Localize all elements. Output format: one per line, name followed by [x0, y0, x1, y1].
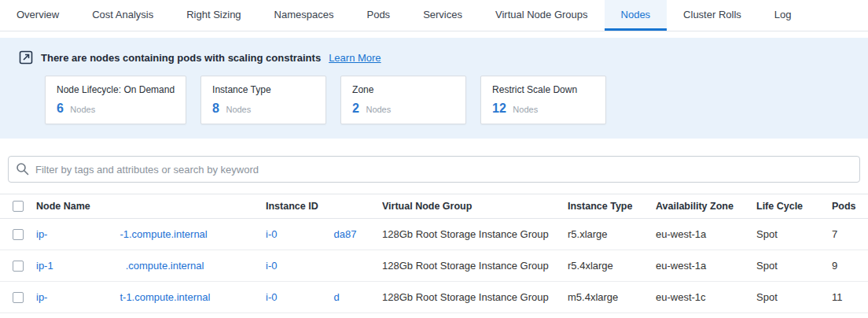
- node-name-link[interactable]: ip--1.compute.internal: [36, 228, 266, 240]
- node-name-link[interactable]: ip-1.compute.internal: [36, 260, 266, 272]
- virtual-node-group-cell: 128Gb Root Storage Instance Group: [382, 291, 568, 303]
- availability-zone-cell: eu-west-1c: [656, 291, 756, 303]
- row-checkbox[interactable]: [13, 292, 24, 303]
- col-instance-type: Instance Type: [568, 201, 656, 212]
- node-name-prefix: ip-: [36, 291, 47, 303]
- tab-pods[interactable]: Pods: [350, 0, 406, 31]
- tab-cluster-rolls[interactable]: Cluster Rolls: [667, 0, 758, 31]
- table-row: ip--1.compute.internal i-0da87 128Gb Roo…: [0, 219, 868, 250]
- card-count: 6: [57, 102, 64, 115]
- node-name-suffix: -1.compute.internal: [120, 228, 207, 240]
- life-cycle-cell: Spot: [756, 228, 832, 240]
- nodes-table: Node Name Instance ID Virtual Node Group…: [0, 194, 868, 313]
- card-count: 8: [212, 102, 219, 115]
- instance-type-cell: m5.4xlarge: [568, 291, 656, 303]
- card-count: 2: [352, 102, 359, 115]
- card-instance-type[interactable]: Instance Type 8 Nodes: [200, 76, 326, 124]
- tab-virtual-node-groups[interactable]: Virtual Node Groups: [479, 0, 605, 31]
- constraint-cards: Node Lifecycle: On Demand 6 Nodes Instan…: [0, 68, 868, 124]
- card-zone[interactable]: Zone 2 Nodes: [340, 76, 466, 124]
- col-life-cycle: Life Cycle: [756, 201, 832, 212]
- tab-overview[interactable]: Overview: [0, 0, 75, 31]
- life-cycle-cell: Spot: [756, 260, 832, 272]
- node-name-prefix: ip-1: [36, 260, 53, 272]
- instance-type-cell: r5.4xlarge: [568, 260, 656, 272]
- instance-id-link[interactable]: i-0: [266, 260, 382, 272]
- node-name-prefix: ip-: [36, 228, 47, 240]
- tab-log[interactable]: Log: [758, 0, 808, 31]
- node-name-suffix: .compute.internal: [126, 260, 204, 272]
- instance-id-suffix: da87: [333, 228, 356, 240]
- card-unit: Nodes: [513, 105, 538, 114]
- table-header-row: Node Name Instance ID Virtual Node Group…: [0, 194, 868, 219]
- table-row: ip-t-1.compute.internal i-0d 128Gb Root …: [0, 282, 868, 313]
- card-title: Node Lifecycle: On Demand: [57, 84, 175, 95]
- tab-cost-analysis[interactable]: Cost Analysis: [75, 0, 170, 31]
- pods-cell: 7: [832, 228, 868, 240]
- instance-id-prefix: i-0: [266, 291, 277, 303]
- search-icon: [16, 162, 29, 176]
- life-cycle-cell: Spot: [756, 291, 832, 303]
- card-count: 12: [492, 102, 506, 115]
- tab-services[interactable]: Services: [406, 0, 479, 31]
- search-input[interactable]: [8, 156, 860, 183]
- pods-cell: 11: [832, 291, 868, 303]
- scaling-constraints-banner: There are nodes containing pods with sca…: [0, 38, 868, 139]
- filter-bar: [8, 156, 860, 183]
- instance-id-prefix: i-0: [266, 228, 277, 240]
- col-availability-zone: Availability Zone: [656, 201, 756, 212]
- availability-zone-cell: eu-west-1a: [656, 260, 756, 272]
- card-restrict-scale-down[interactable]: Restrict Scale Down 12 Nodes: [480, 76, 606, 124]
- table-row: ip-1.compute.internal i-0 128Gb Root Sto…: [0, 250, 868, 282]
- tab-namespaces[interactable]: Namespaces: [258, 0, 351, 31]
- node-name-link[interactable]: ip-t-1.compute.internal: [36, 291, 266, 303]
- row-checkbox[interactable]: [13, 229, 24, 240]
- pods-cell: 9: [832, 260, 868, 272]
- col-instance-id: Instance ID: [266, 201, 382, 212]
- instance-id-link[interactable]: i-0d: [266, 291, 382, 303]
- instance-id-link[interactable]: i-0da87: [266, 228, 382, 240]
- availability-zone-cell: eu-west-1a: [656, 228, 756, 240]
- card-title: Instance Type: [212, 84, 314, 95]
- learn-more-link[interactable]: Learn More: [329, 52, 381, 64]
- col-virtual-node-group: Virtual Node Group: [382, 201, 568, 212]
- virtual-node-group-cell: 128Gb Root Storage Instance Group: [382, 228, 568, 240]
- col-node-name: Node Name: [36, 201, 266, 212]
- node-name-suffix: t-1.compute.internal: [120, 291, 210, 303]
- tab-nodes[interactable]: Nodes: [605, 0, 668, 31]
- card-title: Zone: [352, 84, 454, 95]
- card-node-lifecycle[interactable]: Node Lifecycle: On Demand 6 Nodes: [45, 76, 186, 124]
- col-pods: Pods: [832, 201, 868, 212]
- card-unit: Nodes: [366, 105, 391, 114]
- banner-message: There are nodes containing pods with sca…: [41, 52, 321, 64]
- tab-bar: Overview Cost Analysis Right Sizing Name…: [0, 0, 868, 31]
- card-unit: Nodes: [70, 105, 95, 114]
- instance-type-cell: r5.xlarge: [568, 228, 656, 240]
- row-checkbox[interactable]: [13, 261, 24, 272]
- scaling-constraints-icon: [19, 50, 33, 65]
- card-unit: Nodes: [226, 105, 251, 114]
- virtual-node-group-cell: 128Gb Root Storage Instance Group: [382, 260, 568, 272]
- instance-id-prefix: i-0: [266, 260, 277, 272]
- card-title: Restrict Scale Down: [492, 84, 594, 95]
- instance-id-suffix: d: [333, 291, 339, 303]
- select-all-checkbox[interactable]: [13, 201, 24, 212]
- tab-right-sizing[interactable]: Right Sizing: [170, 0, 257, 31]
